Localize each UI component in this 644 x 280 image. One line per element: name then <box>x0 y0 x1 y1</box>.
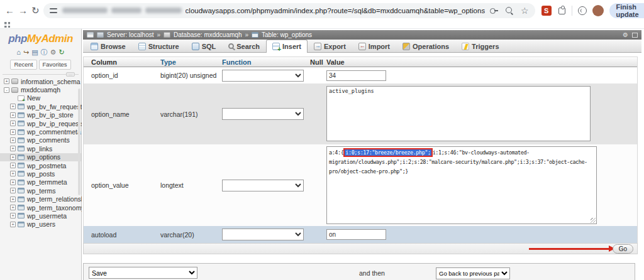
zoom-level-icon[interactable] <box>506 7 513 14</box>
function-select-option-name[interactable] <box>222 108 304 120</box>
reload-icon[interactable]: ↻ <box>58 48 64 56</box>
maximize-icon[interactable] <box>632 33 638 38</box>
tree-item-label[interactable]: wp_links <box>27 145 52 153</box>
tab[interactable]: Insert <box>266 40 308 53</box>
url-text[interactable]: cloudwaysapps.com/phpmyadmin/index.php?r… <box>186 7 485 14</box>
tree-item-label[interactable]: wp_usermeta <box>27 212 67 220</box>
password-key-icon[interactable] <box>490 6 498 14</box>
sidebar-tree-item[interactable]: + wp_links <box>0 144 81 153</box>
page-settings-gear-icon[interactable]: ⚙ <box>623 32 628 38</box>
browser-menu-icon[interactable]: ⋮ <box>642 6 644 15</box>
tree-item-label[interactable]: information_schema <box>21 78 80 85</box>
tree-item-label[interactable]: wp_users <box>27 220 55 228</box>
home-icon[interactable]: ⌂ <box>16 48 21 56</box>
extensions-puzzle-icon[interactable] <box>557 6 566 15</box>
expand-icon[interactable]: + <box>4 78 9 84</box>
tab[interactable]: Search <box>222 40 266 52</box>
expand-icon[interactable]: - <box>4 87 9 93</box>
expand-icon[interactable]: + <box>10 180 16 185</box>
docs-icon[interactable]: ▤ <box>31 48 38 56</box>
phpmyadmin-logo[interactable]: phpMyAdmin <box>0 33 81 45</box>
tree-item-label[interactable]: wp_bv_ip_store <box>27 111 74 119</box>
expand-icon[interactable]: + <box>10 112 16 118</box>
tree-item-label[interactable]: wp_bv_fw_requests <box>27 103 86 110</box>
sidebar-tree-item[interactable]: + wp_bv_ip_requests <box>0 119 81 127</box>
expand-icon[interactable]: + <box>10 197 16 202</box>
finish-update-button[interactable]: Finish update ⋮ <box>609 3 644 18</box>
header-function[interactable]: Function <box>222 58 310 66</box>
expand-icon[interactable]: + <box>10 121 16 126</box>
sidebar-tree-item[interactable]: + wp_users <box>0 220 81 229</box>
breadcrumb-table[interactable]: Table: wp_options <box>262 31 312 38</box>
expand-icon[interactable]: + <box>10 137 16 143</box>
header-type[interactable]: Type <box>160 58 222 66</box>
value-textarea-option-name[interactable]: active_plugins <box>326 86 591 141</box>
expand-icon[interactable] <box>10 95 16 101</box>
sidebar-tree-item[interactable]: + wp_bv_ip_store <box>0 111 81 119</box>
tree-item-label[interactable]: wp_postmeta <box>27 162 66 170</box>
expand-icon[interactable]: + <box>10 205 16 210</box>
tree-item-label[interactable]: wp_comments <box>27 136 70 144</box>
tree-item-label[interactable]: wp_terms <box>27 187 56 195</box>
tab[interactable]: Export <box>308 40 352 52</box>
expand-icon[interactable]: + <box>10 171 16 176</box>
forward-icon[interactable]: → <box>18 3 28 18</box>
tree-item-label[interactable]: New <box>27 94 40 102</box>
logout-icon[interactable]: ↪ <box>23 48 29 56</box>
value-input-option-id[interactable] <box>326 70 386 81</box>
sidebar-tree-item[interactable]: New <box>0 94 81 102</box>
sidebar-grip-handle[interactable]: … <box>66 72 75 77</box>
sidebar-tree-item[interactable]: - mxddcuamqh <box>0 85 81 94</box>
sidebar-tree-item[interactable]: + wp_terms <box>0 186 81 195</box>
expand-icon[interactable]: + <box>10 213 16 218</box>
console-icon[interactable] <box>87 32 94 38</box>
sidebar-tree-item[interactable]: + wp_termmeta <box>0 178 81 186</box>
tree-item-label[interactable]: wp_options <box>27 153 60 161</box>
textarea-resize-handle[interactable] <box>591 218 596 223</box>
tab[interactable]: Structure <box>132 40 186 52</box>
expand-icon[interactable]: + <box>10 129 16 135</box>
tree-item-label[interactable]: wp_posts <box>27 170 55 178</box>
tree-item-label[interactable]: wp_term_taxonomy <box>27 204 85 212</box>
tree-item-label[interactable]: mxddcuamqh <box>21 86 60 94</box>
sidebar-tree-item[interactable]: + wp_posts <box>0 170 81 178</box>
sidebar-tree-item[interactable]: + wp_term_relationships <box>0 195 81 203</box>
sidebar-tree-item[interactable]: + wp_term_taxonomy <box>0 203 81 212</box>
apps-grid-icon[interactable] <box>4 22 10 28</box>
value-input-autoload[interactable] <box>326 229 386 240</box>
expand-icon[interactable]: + <box>10 222 16 227</box>
expand-icon[interactable]: + <box>10 188 16 193</box>
tree-item-label[interactable]: wp_termmeta <box>27 178 67 186</box>
after-insert-select[interactable]: Go back to previous page <box>436 267 510 279</box>
tree-item-label[interactable]: wp_bv_ip_requests <box>27 120 84 127</box>
save-action-select[interactable]: Save <box>89 267 197 279</box>
tab[interactable]: Browse <box>84 40 132 52</box>
breadcrumb-server[interactable]: Server: localhost <box>107 31 153 38</box>
recent-tables-dropdown[interactable]: Recent <box>10 60 36 70</box>
expand-icon[interactable]: + <box>10 163 16 168</box>
sidebar-tree-item[interactable]: + wp_bv_fw_requests <box>0 102 81 110</box>
site-settings-icon[interactable] <box>50 8 57 14</box>
url-bar[interactable]: cloudwaysapps.com/phpmyadmin/index.php?r… <box>43 3 535 18</box>
expand-icon[interactable]: + <box>10 104 16 109</box>
expand-icon[interactable]: + <box>10 154 16 160</box>
tab[interactable]: Triggers <box>455 40 505 52</box>
bookmark-star-icon[interactable]: ☆ <box>521 7 529 14</box>
sidebar-tree-item[interactable]: + information_schema <box>0 77 81 85</box>
favorites-dropdown[interactable]: Favorites <box>39 60 71 70</box>
sidebar-tree-item[interactable]: + wp_commentmeta <box>0 127 81 136</box>
profile-avatar[interactable] <box>592 5 604 16</box>
back-icon[interactable]: ← <box>5 3 14 18</box>
settings-icon[interactable]: ⚙ <box>50 48 57 56</box>
value-textarea-option-value[interactable]: a:4:{i:0;s:17:"breeze/breeze.php";i:1;s:… <box>326 146 597 224</box>
info-icon[interactable]: ⓘ <box>41 48 48 56</box>
breadcrumb-database[interactable]: Database: mxddcuamqh <box>174 31 242 38</box>
sidebar-tree-item[interactable]: + wp_options <box>0 153 81 161</box>
sidebar-tree-item[interactable]: + wp_comments <box>0 136 81 144</box>
expand-icon[interactable]: + <box>10 146 16 151</box>
tab[interactable]: Import <box>352 40 396 52</box>
sidebar-tree-item[interactable]: + wp_usermeta <box>0 212 81 220</box>
sidebar-scrollbar[interactable] <box>78 89 80 195</box>
function-select-autoload[interactable] <box>222 229 304 240</box>
go-button[interactable]: Go <box>613 244 633 254</box>
